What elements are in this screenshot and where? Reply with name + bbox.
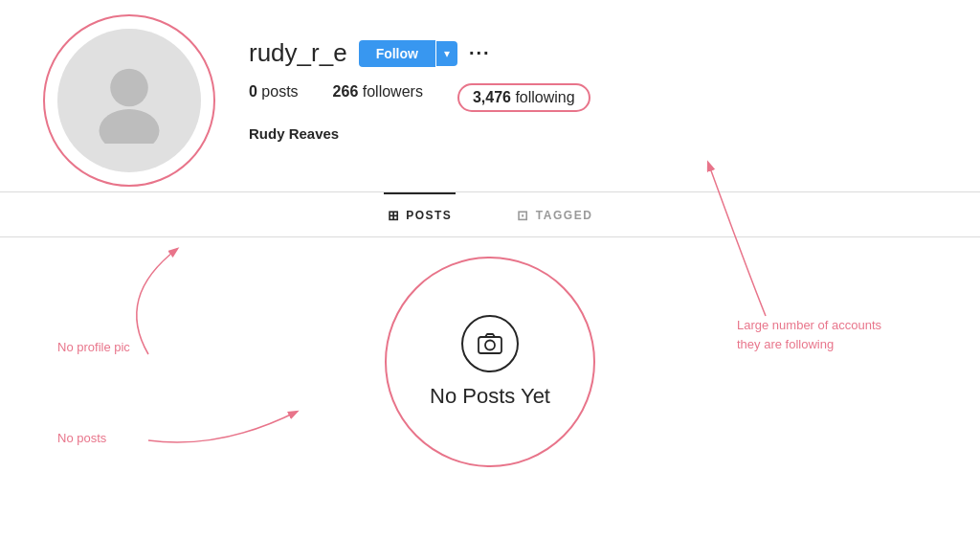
page-wrapper: rudy_r_e Follow ▾ ··· 0 posts 266	[0, 0, 980, 539]
full-name: Rudy Reaves	[249, 125, 923, 142]
avatar	[57, 29, 201, 172]
tab-tagged-label: TAGGED	[536, 209, 592, 222]
more-options-button[interactable]: ···	[469, 42, 491, 64]
svg-point-3	[485, 341, 495, 350]
profile-header: rudy_r_e Follow ▾ ···	[249, 38, 923, 68]
following-stat[interactable]: 3,476 following	[457, 83, 590, 112]
chevron-down-icon: ▾	[444, 47, 450, 60]
followers-stat[interactable]: 266 followers	[333, 83, 423, 112]
follow-button[interactable]: Follow	[359, 40, 435, 67]
profile-section: rudy_r_e Follow ▾ ··· 0 posts 266	[0, 0, 980, 191]
annotation-large-following: Large number of accountsthey are followi…	[737, 316, 881, 353]
grid-icon: ⊞	[388, 208, 401, 223]
annotation-large-following-text: Large number of accountsthey are followi…	[737, 318, 881, 351]
no-posts-container: No Posts Yet	[394, 266, 586, 458]
profile-info: rudy_r_e Follow ▾ ··· 0 posts 266	[249, 29, 923, 142]
tag-icon: ⊡	[517, 208, 530, 223]
follow-button-group: Follow ▾	[359, 40, 457, 67]
follow-dropdown-button[interactable]: ▾	[435, 41, 457, 66]
annotation-no-posts: No posts	[57, 431, 106, 445]
no-posts-text: No Posts Yet	[430, 384, 550, 409]
tab-posts[interactable]: ⊞ POSTS	[384, 192, 457, 236]
tab-posts-label: POSTS	[406, 209, 452, 222]
content-area: No Posts Yet	[0, 237, 980, 486]
person-icon	[86, 57, 172, 144]
svg-point-1	[100, 109, 160, 144]
svg-rect-2	[479, 337, 501, 353]
posts-stat: 0 posts	[249, 83, 299, 112]
svg-point-0	[110, 69, 148, 107]
more-icon: ···	[469, 42, 491, 63]
camera-icon-circle	[461, 315, 519, 372]
tabs-row: ⊞ POSTS ⊡ TAGGED	[0, 192, 980, 237]
avatar-container	[57, 29, 201, 172]
annotation-no-profile-pic: No profile pic	[57, 340, 130, 354]
tab-tagged[interactable]: ⊡ TAGGED	[513, 192, 596, 236]
username: rudy_r_e	[249, 38, 347, 68]
camera-icon	[477, 330, 503, 357]
stats-row: 0 posts 266 followers 3,476 following	[249, 83, 923, 112]
